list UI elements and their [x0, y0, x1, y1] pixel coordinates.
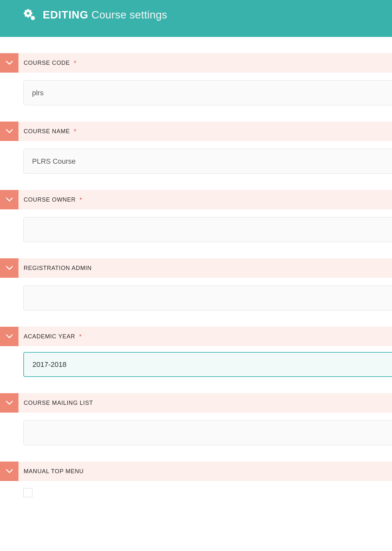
chevron-down-icon	[6, 197, 13, 202]
gears-icon	[23, 8, 36, 22]
field-input-row	[0, 73, 392, 105]
manual-top-menu-checkbox[interactable]	[23, 488, 32, 497]
field-course-mailing-list: COURSE MAILING LIST	[0, 393, 392, 445]
course-mailing-list-input[interactable]	[23, 420, 392, 445]
collapse-toggle[interactable]	[0, 122, 18, 141]
field-input-row	[0, 278, 392, 311]
field-label-row: COURSE CODE *	[0, 53, 392, 73]
course-name-input[interactable]	[23, 149, 392, 174]
course-owner-input[interactable]	[23, 217, 392, 242]
field-checkbox-row	[0, 481, 392, 497]
chevron-down-icon	[6, 469, 13, 474]
collapse-toggle[interactable]	[0, 258, 18, 278]
field-manual-top-menu: MANUAL TOP MENU	[0, 462, 392, 497]
field-label-row: ACADEMIC YEAR *	[0, 327, 392, 346]
academic-year-input[interactable]	[23, 352, 392, 377]
course-code-input[interactable]	[23, 80, 392, 105]
field-input-row	[0, 346, 392, 377]
chevron-down-icon	[6, 401, 13, 405]
field-course-code: COURSE CODE *	[0, 53, 392, 105]
required-marker: *	[79, 333, 82, 340]
collapse-toggle[interactable]	[0, 327, 18, 346]
page-title-light: Course settings	[91, 9, 167, 21]
field-label-row: COURSE OWNER *	[0, 190, 392, 209]
field-registration-admin: REGISTRATION ADMIN	[0, 258, 392, 311]
field-label-row: COURSE MAILING LIST	[0, 393, 392, 413]
field-input-row	[0, 141, 392, 174]
field-label-row: MANUAL TOP MENU	[0, 462, 392, 481]
field-input-row	[0, 413, 392, 445]
field-label: MANUAL TOP MENU	[18, 462, 84, 481]
collapse-toggle[interactable]	[0, 393, 18, 413]
registration-admin-input[interactable]	[23, 286, 392, 311]
page-title: EDITING Course settings	[43, 9, 167, 21]
collapse-toggle[interactable]	[0, 462, 18, 481]
field-label: COURSE OWNER *	[18, 190, 82, 209]
required-marker: *	[80, 196, 83, 203]
chevron-down-icon	[6, 334, 13, 339]
field-label: COURSE MAILING LIST	[18, 393, 93, 413]
field-label-row: REGISTRATION ADMIN	[0, 258, 392, 278]
required-marker: *	[74, 60, 77, 66]
collapse-toggle[interactable]	[0, 190, 18, 209]
field-course-owner: COURSE OWNER *	[0, 190, 392, 242]
page-title-strong: EDITING	[43, 9, 88, 21]
collapse-toggle[interactable]	[0, 53, 18, 73]
chevron-down-icon	[6, 266, 13, 270]
field-label: REGISTRATION ADMIN	[18, 258, 92, 278]
required-marker: *	[74, 128, 77, 135]
field-label: COURSE NAME *	[18, 122, 76, 141]
chevron-down-icon	[6, 129, 13, 134]
field-academic-year: ACADEMIC YEAR *	[0, 327, 392, 377]
page-header: EDITING Course settings	[0, 0, 392, 37]
field-course-name: COURSE NAME *	[0, 122, 392, 174]
field-label-row: COURSE NAME *	[0, 122, 392, 141]
form-area: COURSE CODE * COURSE NAME *	[0, 37, 392, 497]
field-input-row	[0, 209, 392, 242]
chevron-down-icon	[6, 61, 13, 65]
field-label: COURSE CODE *	[18, 53, 76, 73]
field-label: ACADEMIC YEAR *	[18, 327, 82, 346]
